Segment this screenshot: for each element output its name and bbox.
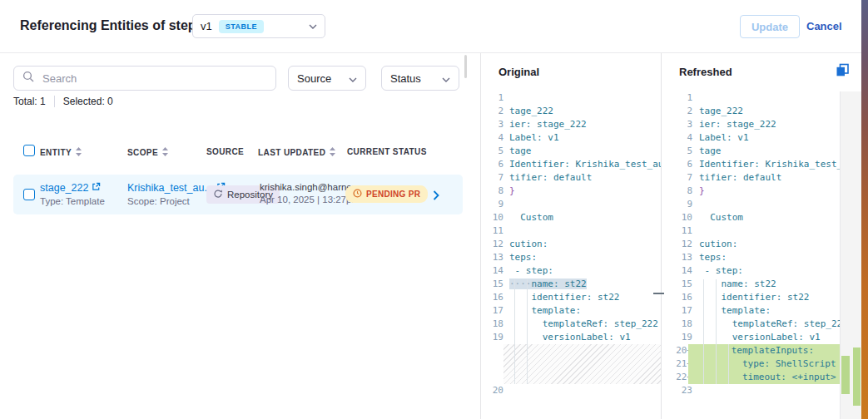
indent-guide — [716, 279, 717, 384]
code-lines-original: 12tage_2223ier: stage_2224Label: v15tage… — [481, 91, 661, 397]
code-line: 6Identifier: Krishika_test_aut — [481, 158, 661, 171]
chevron-down-icon — [442, 72, 450, 85]
code-line: 8} — [481, 185, 661, 198]
modal-header: Referencing Entities of step_222 v1 STAB… — [0, 0, 861, 53]
indent-guide — [527, 279, 528, 384]
table-row[interactable]: stage_222 Type: Template Krishika_test_a… — [13, 175, 463, 214]
sort-icon[interactable] — [162, 147, 168, 158]
background-page-edge — [861, 0, 868, 419]
divider — [54, 96, 55, 107]
code-line: 4Label: v1 — [662, 131, 840, 145]
code-line: 15 name: st22 — [662, 278, 840, 291]
code-line: 17 template: — [662, 304, 840, 318]
column-scope[interactable]: SCOPE — [127, 147, 168, 158]
code-line: 4Label: v1 — [481, 131, 661, 145]
code-line: 17 template: — [481, 304, 661, 318]
code-line: 16 identifier: st22 — [481, 291, 661, 304]
sort-icon[interactable] — [76, 147, 82, 158]
code-line: 16 identifier: st22 — [662, 291, 840, 304]
row-checkbox[interactable] — [23, 189, 35, 200]
code-line: 7tifier: default — [662, 171, 840, 185]
added-lines-marker — [841, 356, 850, 394]
code-line: 20 — [481, 384, 661, 397]
diff-pane-original[interactable]: 12tage_2223ier: stage_2224Label: v15tage… — [481, 91, 661, 419]
diff-overview-ruler[interactable] — [841, 91, 862, 419]
entity-type: Type: Template — [40, 196, 105, 206]
code-line: 3ier: stage_222 — [481, 118, 661, 131]
diff-refreshed-title: Refreshed — [679, 66, 732, 78]
code-line: 1 — [481, 91, 661, 105]
cancel-button[interactable]: Cancel — [806, 20, 842, 32]
scope-link[interactable]: Krishika_test_au... — [127, 182, 213, 194]
code-line: 18 templateRef: step_222 — [481, 318, 661, 331]
code-line: 21+ type: ShellScript — [662, 357, 840, 371]
code-line: 9 — [481, 198, 661, 211]
code-line: 2tage_222 — [662, 105, 840, 118]
code-line: 8} — [662, 185, 840, 198]
code-line — [481, 344, 661, 384]
code-line: 14 - step: — [662, 264, 840, 278]
code-line: 9 — [662, 198, 840, 211]
referencing-entities-modal: Referencing Entities of step_222 v1 STAB… — [0, 0, 868, 419]
indent-guide — [703, 279, 704, 384]
entities-panel: Source Status Total: 1 Selected: 0 ENTIT… — [0, 53, 480, 419]
code-line: 1 — [662, 91, 840, 105]
code-line: 15····name: st22 — [481, 278, 661, 291]
select-all-checkbox[interactable] — [23, 145, 35, 156]
code-line: 11 — [662, 224, 840, 238]
code-line: 14 - step: — [481, 264, 661, 278]
search-icon — [22, 71, 34, 86]
status-filter-dropdown[interactable]: Status — [381, 66, 459, 91]
code-line: 12cution: — [662, 238, 840, 251]
indent-guide — [514, 279, 515, 384]
chevron-down-icon — [349, 72, 357, 85]
external-link-icon[interactable] — [92, 182, 101, 194]
version-select[interactable]: v1 STABLE — [192, 14, 325, 38]
code-line: 20+ templateInputs: — [662, 344, 840, 357]
status-filter-label: Status — [390, 72, 421, 85]
diff-original-title: Original — [498, 66, 539, 78]
code-line: 7tifier: default — [481, 171, 661, 185]
stable-badge: STABLE — [219, 20, 264, 33]
totals-bar: Total: 1 Selected: 0 — [13, 96, 113, 107]
column-source: SOURCE — [206, 147, 244, 156]
status-cell: PENDING PR — [345, 185, 428, 203]
selected-count: Selected: 0 — [63, 96, 113, 107]
copy-icon[interactable] — [836, 63, 850, 81]
repository-icon — [213, 189, 223, 200]
code-line: 12cution: — [481, 238, 661, 251]
added-lines-marker — [853, 348, 861, 406]
code-line: 3ier: stage_222 — [662, 118, 840, 131]
sort-icon[interactable] — [330, 147, 335, 158]
column-last-updated[interactable]: LAST UPDATED — [258, 147, 335, 158]
code-lines-refreshed: 12tage_2223ier: stage_2224Label: v15tage… — [662, 91, 840, 397]
code-line: 18 templateRef: step_222 — [662, 318, 840, 331]
code-line: 10 Custom — [481, 211, 661, 224]
code-line: 5tage — [662, 145, 840, 158]
version-value: v1 — [201, 20, 212, 32]
code-line: 11 — [481, 224, 661, 238]
diff-pane-refreshed[interactable]: 12tage_2223ier: stage_2224Label: v15tage… — [662, 91, 840, 419]
clock-icon — [353, 189, 362, 200]
source-filter-dropdown[interactable]: Source — [288, 66, 366, 91]
total-count: Total: 1 — [13, 96, 46, 107]
code-line: 10 Custom — [662, 211, 840, 224]
chevron-down-icon — [309, 24, 317, 29]
search-input[interactable] — [41, 71, 267, 86]
code-line: 13teps: — [662, 251, 840, 264]
source-filter-label: Source — [297, 72, 331, 85]
row-expand-chevron-icon[interactable] — [433, 189, 439, 204]
entity-link[interactable]: stage_222 — [40, 182, 88, 194]
column-entity[interactable]: ENTITY — [40, 147, 82, 158]
update-button[interactable]: Update — [740, 15, 800, 38]
search-box[interactable] — [13, 66, 276, 91]
panel-scrollbar[interactable] — [464, 55, 467, 78]
table-header: ENTITY SCOPE SOURCE LAST UPDATED CURRENT… — [0, 145, 480, 163]
entity-cell: stage_222 Type: Template — [40, 182, 105, 206]
status-badge: PENDING PR — [345, 185, 428, 203]
code-line: 23 — [662, 384, 840, 397]
indent-guide — [728, 344, 729, 384]
code-line: 2tage_222 — [481, 105, 661, 118]
code-line: 6Identifier: Krishika_test_aut — [662, 158, 840, 171]
column-current-status: CURRENT STATUS — [347, 147, 427, 156]
